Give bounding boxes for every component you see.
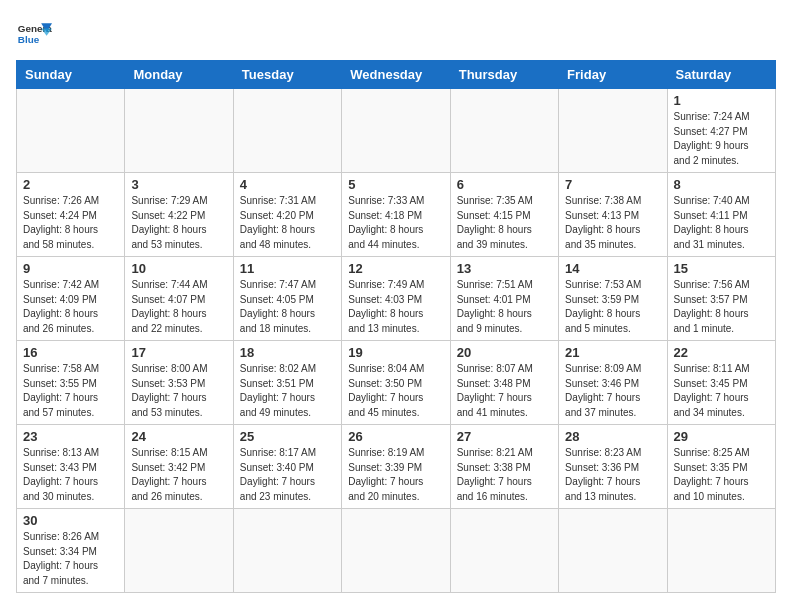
day-number: 25 [240, 429, 335, 444]
calendar-cell [233, 89, 341, 173]
calendar-header-row: SundayMondayTuesdayWednesdayThursdayFrid… [17, 61, 776, 89]
calendar-cell: 19Sunrise: 8:04 AMSunset: 3:50 PMDayligh… [342, 341, 450, 425]
calendar-cell [125, 509, 233, 593]
calendar-cell: 8Sunrise: 7:40 AMSunset: 4:11 PMDaylight… [667, 173, 775, 257]
day-number: 26 [348, 429, 443, 444]
weekday-header: Saturday [667, 61, 775, 89]
day-number: 14 [565, 261, 660, 276]
day-number: 10 [131, 261, 226, 276]
calendar-cell: 3Sunrise: 7:29 AMSunset: 4:22 PMDaylight… [125, 173, 233, 257]
day-number: 27 [457, 429, 552, 444]
calendar-cell: 21Sunrise: 8:09 AMSunset: 3:46 PMDayligh… [559, 341, 667, 425]
day-info: Sunrise: 7:38 AMSunset: 4:13 PMDaylight:… [565, 194, 660, 252]
calendar-cell: 23Sunrise: 8:13 AMSunset: 3:43 PMDayligh… [17, 425, 125, 509]
calendar-cell [125, 89, 233, 173]
day-info: Sunrise: 7:47 AMSunset: 4:05 PMDaylight:… [240, 278, 335, 336]
weekday-header: Thursday [450, 61, 558, 89]
day-info: Sunrise: 8:02 AMSunset: 3:51 PMDaylight:… [240, 362, 335, 420]
logo-svg: General Blue [16, 16, 52, 52]
calendar-cell: 14Sunrise: 7:53 AMSunset: 3:59 PMDayligh… [559, 257, 667, 341]
calendar-cell [342, 89, 450, 173]
calendar-cell: 30Sunrise: 8:26 AMSunset: 3:34 PMDayligh… [17, 509, 125, 593]
calendar-cell [450, 89, 558, 173]
calendar-table: SundayMondayTuesdayWednesdayThursdayFrid… [16, 60, 776, 593]
day-number: 16 [23, 345, 118, 360]
day-number: 21 [565, 345, 660, 360]
day-info: Sunrise: 8:17 AMSunset: 3:40 PMDaylight:… [240, 446, 335, 504]
calendar-cell [559, 509, 667, 593]
weekday-header: Sunday [17, 61, 125, 89]
day-number: 2 [23, 177, 118, 192]
calendar-cell: 9Sunrise: 7:42 AMSunset: 4:09 PMDaylight… [17, 257, 125, 341]
calendar-cell: 26Sunrise: 8:19 AMSunset: 3:39 PMDayligh… [342, 425, 450, 509]
svg-text:Blue: Blue [18, 34, 40, 45]
day-info: Sunrise: 8:21 AMSunset: 3:38 PMDaylight:… [457, 446, 552, 504]
calendar-cell: 24Sunrise: 8:15 AMSunset: 3:42 PMDayligh… [125, 425, 233, 509]
calendar-cell [559, 89, 667, 173]
calendar-week-row: 9Sunrise: 7:42 AMSunset: 4:09 PMDaylight… [17, 257, 776, 341]
day-info: Sunrise: 8:13 AMSunset: 3:43 PMDaylight:… [23, 446, 118, 504]
calendar-cell [667, 509, 775, 593]
day-info: Sunrise: 7:24 AMSunset: 4:27 PMDaylight:… [674, 110, 769, 168]
day-info: Sunrise: 7:33 AMSunset: 4:18 PMDaylight:… [348, 194, 443, 252]
day-number: 4 [240, 177, 335, 192]
day-info: Sunrise: 7:42 AMSunset: 4:09 PMDaylight:… [23, 278, 118, 336]
day-info: Sunrise: 7:40 AMSunset: 4:11 PMDaylight:… [674, 194, 769, 252]
calendar-cell: 25Sunrise: 8:17 AMSunset: 3:40 PMDayligh… [233, 425, 341, 509]
calendar-cell: 5Sunrise: 7:33 AMSunset: 4:18 PMDaylight… [342, 173, 450, 257]
day-number: 5 [348, 177, 443, 192]
calendar-cell [17, 89, 125, 173]
day-number: 1 [674, 93, 769, 108]
calendar-cell [342, 509, 450, 593]
calendar-week-row: 2Sunrise: 7:26 AMSunset: 4:24 PMDaylight… [17, 173, 776, 257]
day-info: Sunrise: 8:09 AMSunset: 3:46 PMDaylight:… [565, 362, 660, 420]
calendar-week-row: 23Sunrise: 8:13 AMSunset: 3:43 PMDayligh… [17, 425, 776, 509]
day-number: 28 [565, 429, 660, 444]
day-info: Sunrise: 7:44 AMSunset: 4:07 PMDaylight:… [131, 278, 226, 336]
day-number: 12 [348, 261, 443, 276]
day-info: Sunrise: 8:00 AMSunset: 3:53 PMDaylight:… [131, 362, 226, 420]
day-number: 11 [240, 261, 335, 276]
calendar-cell: 4Sunrise: 7:31 AMSunset: 4:20 PMDaylight… [233, 173, 341, 257]
day-info: Sunrise: 7:58 AMSunset: 3:55 PMDaylight:… [23, 362, 118, 420]
calendar-cell: 22Sunrise: 8:11 AMSunset: 3:45 PMDayligh… [667, 341, 775, 425]
calendar-cell [233, 509, 341, 593]
day-info: Sunrise: 7:51 AMSunset: 4:01 PMDaylight:… [457, 278, 552, 336]
calendar-cell: 29Sunrise: 8:25 AMSunset: 3:35 PMDayligh… [667, 425, 775, 509]
weekday-header: Friday [559, 61, 667, 89]
day-number: 6 [457, 177, 552, 192]
day-info: Sunrise: 8:23 AMSunset: 3:36 PMDaylight:… [565, 446, 660, 504]
weekday-header: Tuesday [233, 61, 341, 89]
calendar-cell: 6Sunrise: 7:35 AMSunset: 4:15 PMDaylight… [450, 173, 558, 257]
day-info: Sunrise: 7:31 AMSunset: 4:20 PMDaylight:… [240, 194, 335, 252]
calendar-cell: 10Sunrise: 7:44 AMSunset: 4:07 PMDayligh… [125, 257, 233, 341]
day-info: Sunrise: 7:35 AMSunset: 4:15 PMDaylight:… [457, 194, 552, 252]
calendar-cell: 18Sunrise: 8:02 AMSunset: 3:51 PMDayligh… [233, 341, 341, 425]
day-number: 22 [674, 345, 769, 360]
calendar-cell: 27Sunrise: 8:21 AMSunset: 3:38 PMDayligh… [450, 425, 558, 509]
calendar-week-row: 16Sunrise: 7:58 AMSunset: 3:55 PMDayligh… [17, 341, 776, 425]
day-number: 30 [23, 513, 118, 528]
day-number: 18 [240, 345, 335, 360]
header-section: General Blue [16, 16, 776, 52]
day-number: 7 [565, 177, 660, 192]
calendar-cell: 1Sunrise: 7:24 AMSunset: 4:27 PMDaylight… [667, 89, 775, 173]
calendar-cell: 17Sunrise: 8:00 AMSunset: 3:53 PMDayligh… [125, 341, 233, 425]
day-number: 9 [23, 261, 118, 276]
day-info: Sunrise: 7:29 AMSunset: 4:22 PMDaylight:… [131, 194, 226, 252]
day-number: 20 [457, 345, 552, 360]
calendar-cell: 16Sunrise: 7:58 AMSunset: 3:55 PMDayligh… [17, 341, 125, 425]
weekday-header: Monday [125, 61, 233, 89]
day-number: 3 [131, 177, 226, 192]
day-number: 13 [457, 261, 552, 276]
day-info: Sunrise: 8:25 AMSunset: 3:35 PMDaylight:… [674, 446, 769, 504]
day-info: Sunrise: 7:56 AMSunset: 3:57 PMDaylight:… [674, 278, 769, 336]
calendar-week-row: 1Sunrise: 7:24 AMSunset: 4:27 PMDaylight… [17, 89, 776, 173]
day-info: Sunrise: 8:26 AMSunset: 3:34 PMDaylight:… [23, 530, 118, 588]
weekday-header: Wednesday [342, 61, 450, 89]
calendar-cell: 7Sunrise: 7:38 AMSunset: 4:13 PMDaylight… [559, 173, 667, 257]
day-info: Sunrise: 8:15 AMSunset: 3:42 PMDaylight:… [131, 446, 226, 504]
day-info: Sunrise: 8:11 AMSunset: 3:45 PMDaylight:… [674, 362, 769, 420]
calendar-cell: 20Sunrise: 8:07 AMSunset: 3:48 PMDayligh… [450, 341, 558, 425]
day-info: Sunrise: 8:19 AMSunset: 3:39 PMDaylight:… [348, 446, 443, 504]
